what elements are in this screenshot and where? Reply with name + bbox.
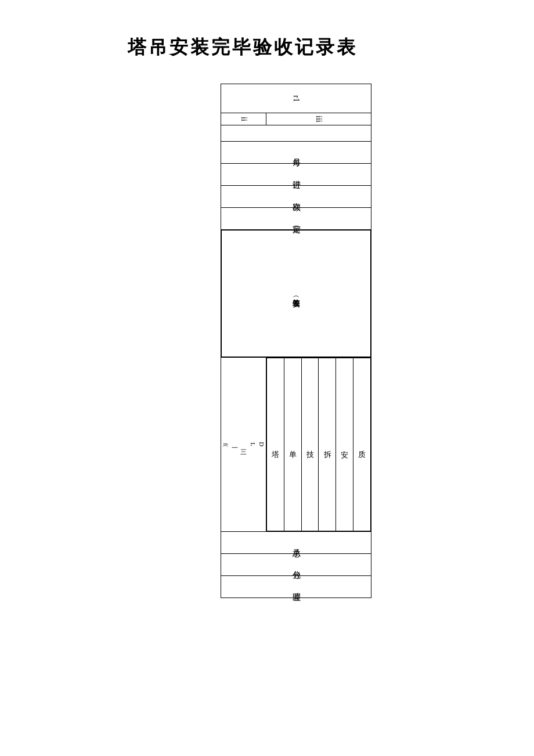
sub-cell-an: 安 xyxy=(336,358,353,531)
header-sub-cell-2: iii xyxy=(266,113,371,125)
header-row-1: r1 xyxy=(221,84,371,113)
left-label-cell: DL三一（f xyxy=(221,357,266,531)
table-row-nested: DL三一（f 质 安 拆 技 单 塔 xyxy=(221,357,371,531)
row-cell-fenbao: 分包 xyxy=(221,553,371,575)
nested-table-anzhuang: 安装单位（签 xyxy=(221,230,371,357)
table-row: 总承 xyxy=(221,531,371,553)
row-cell-cieri: 次额 xyxy=(221,185,371,207)
table-row: 进行 xyxy=(221,163,371,185)
page-title: 塔吊安装完毕验收记录表 xyxy=(128,35,511,60)
nested-right-table: 质 安 拆 技 单 塔 xyxy=(266,358,371,531)
empty-row xyxy=(221,125,371,141)
row-cell-zongcheng: 总承 xyxy=(221,531,371,553)
table-row: 监理 xyxy=(221,575,371,597)
page-container: 塔吊安装完毕验收记录表 r1 ii iii 每月 xyxy=(0,0,534,756)
header-row-2: ii iii xyxy=(221,113,371,125)
right-sub-cells: 质 安 拆 技 单 塔 xyxy=(266,357,371,531)
table-row: 每月 xyxy=(221,141,371,163)
anzhuang-cell: 安装单位（签 xyxy=(221,229,371,357)
sub-cell-chai: 拆 xyxy=(319,358,336,531)
row-cell-meiuye: 每月 xyxy=(221,141,371,163)
row-cell-dinghuo: 定荷 xyxy=(221,207,371,229)
table-row: 分包 xyxy=(221,553,371,575)
table-wrapper: r1 ii iii 每月 进行 次额 xyxy=(221,84,511,598)
table-row: 定荷 xyxy=(221,207,371,229)
table-row: 次额 xyxy=(221,185,371,207)
row-cell-jianli: 监理 xyxy=(221,575,371,597)
sub-cell-dan: 单 xyxy=(284,358,301,531)
header-cell-top: r1 xyxy=(221,84,371,113)
header-sub-cell-1: ii xyxy=(221,113,266,125)
row-cell-jinxing: 进行 xyxy=(221,163,371,185)
main-table: r1 ii iii 每月 进行 次额 xyxy=(221,84,371,598)
table-row: 安装单位（签 xyxy=(221,229,371,357)
sub-cell-ji: 技 xyxy=(301,358,319,531)
sub-cell-zhi: 质 xyxy=(353,358,370,531)
nested-cell-anzhuang: 安装单位（签 xyxy=(222,230,371,357)
sub-cell-ta: 塔 xyxy=(266,358,284,531)
